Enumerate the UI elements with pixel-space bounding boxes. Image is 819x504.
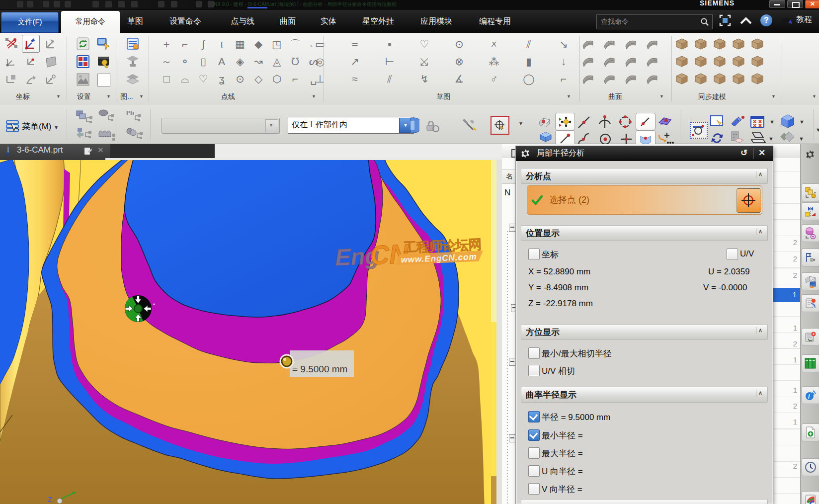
svg-text:= 9.5000 mm: = 9.5000 mm [292,364,347,374]
svg-text:Z: Z [48,496,52,504]
